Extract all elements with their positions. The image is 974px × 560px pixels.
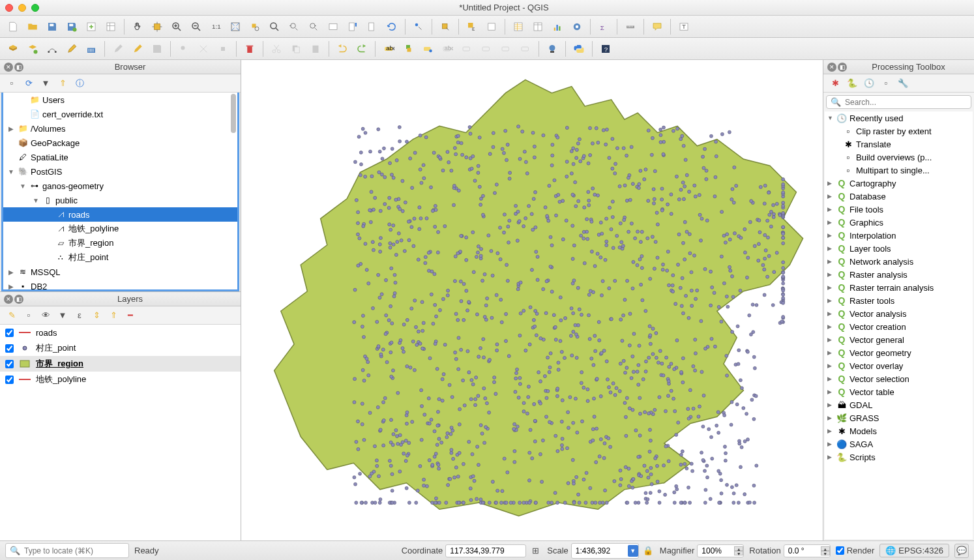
label-tool-6[interactable]: [477, 40, 495, 58]
render-checkbox[interactable]: [836, 546, 844, 555]
browser-item[interactable]: ▶≋MSSQL: [3, 265, 237, 279]
add-layer-icon[interactable]: ▫: [5, 77, 18, 90]
save-as-button[interactable]: [63, 18, 81, 36]
detach-panel-icon[interactable]: ◧: [838, 63, 847, 72]
recent-algorithm[interactable]: ▫Build overviews (p...: [825, 151, 973, 164]
messages-button[interactable]: 💬: [954, 544, 969, 558]
browser-item[interactable]: ▶📁/Volumes: [3, 121, 237, 136]
zoom-full-button[interactable]: [226, 18, 244, 36]
zoom-out-button[interactable]: [187, 18, 205, 36]
maximize-button[interactable]: [31, 4, 39, 12]
move-feature-button[interactable]: [194, 40, 213, 58]
algorithm-group[interactable]: ▶🔵SAGA: [825, 437, 973, 450]
browser-item[interactable]: ▶▪DB2: [3, 279, 237, 291]
cut-button[interactable]: [267, 40, 286, 58]
collapse-icon[interactable]: ⇑: [56, 77, 69, 90]
history-icon[interactable]: 🕓: [863, 77, 876, 90]
algorithm-group[interactable]: ▶QVector table: [825, 385, 973, 398]
refresh-button[interactable]: [383, 18, 401, 36]
results-icon[interactable]: ▫: [879, 77, 893, 90]
algorithm-group[interactable]: ▶QDatabase: [825, 190, 973, 203]
algorithm-group[interactable]: ▶QNetwork analysis: [825, 255, 973, 268]
deselect-button[interactable]: [482, 18, 501, 36]
zoom-next-button[interactable]: [304, 18, 323, 36]
layer-checkbox[interactable]: [5, 344, 14, 353]
browser-item[interactable]: 📄cert_override.txt: [3, 107, 237, 121]
open-attribute-table-button[interactable]: [509, 18, 527, 36]
layer-checkbox[interactable]: [5, 329, 14, 337]
algorithm-group[interactable]: ▶QVector selection: [825, 372, 973, 385]
algorithm-group[interactable]: ▶QRaster tools: [825, 294, 973, 307]
add-group-icon[interactable]: ▫: [22, 309, 35, 322]
select-by-expression-button[interactable]: ε: [463, 18, 481, 36]
browser-item[interactable]: ⩘地铁_polyline: [3, 222, 237, 236]
browser-item[interactable]: ▼▯public: [3, 193, 237, 207]
sigma-button[interactable]: Σ: [595, 18, 613, 36]
algorithm-group[interactable]: ▶QVector general: [825, 333, 973, 346]
python-console-button[interactable]: [570, 40, 588, 58]
locator[interactable]: 🔍: [5, 543, 129, 558]
layer-row[interactable]: 市界_region: [0, 356, 241, 372]
save-project-button[interactable]: [43, 18, 61, 36]
algorithm-group[interactable]: ▶🌿GRASS: [825, 411, 973, 424]
minimize-button[interactable]: [18, 4, 26, 12]
filter-legend-icon[interactable]: ▼: [56, 309, 69, 322]
browser-item[interactable]: 🖊SpatiaLite: [3, 150, 237, 164]
layer-row[interactable]: roads: [0, 325, 241, 340]
expression-icon[interactable]: ε: [73, 309, 86, 322]
add-raster-layer-button[interactable]: [23, 40, 42, 58]
metasearch-button[interactable]: [543, 40, 561, 58]
save-edits-button[interactable]: [82, 40, 100, 58]
python-icon[interactable]: 🐍: [846, 77, 859, 90]
algorithm-group[interactable]: ▶QVector creation: [825, 320, 973, 333]
field-calculator-button[interactable]: [529, 18, 547, 36]
edit-pencil-button[interactable]: [128, 40, 147, 58]
zoom-native-button[interactable]: 1:1: [207, 18, 225, 36]
toggle-editing-button[interactable]: [63, 40, 81, 58]
help-button[interactable]: ?: [597, 40, 615, 58]
pan-to-selection-button[interactable]: [148, 18, 166, 36]
recently-used-group[interactable]: ▼🕓Recently used: [825, 111, 973, 125]
label-tool-5[interactable]: [458, 40, 476, 58]
options-icon[interactable]: 🔧: [896, 77, 909, 90]
paste-button[interactable]: [306, 40, 325, 58]
layer-row[interactable]: 地铁_polyline: [0, 372, 241, 387]
layer-checkbox[interactable]: [5, 360, 14, 368]
delete-button[interactable]: [241, 40, 259, 58]
node-tool-button[interactable]: [214, 40, 232, 58]
spin-down[interactable]: ▼: [821, 551, 830, 555]
map-canvas[interactable]: [241, 60, 823, 540]
style-icon[interactable]: ✎: [5, 309, 18, 322]
add-feature-button[interactable]: [175, 40, 193, 58]
locator-input[interactable]: [24, 546, 125, 555]
pan-button[interactable]: [128, 18, 147, 36]
detach-panel-icon[interactable]: ◧: [14, 63, 23, 72]
open-project-button[interactable]: [23, 18, 42, 36]
close-button[interactable]: [5, 4, 13, 12]
zoom-layer-button[interactable]: [265, 18, 284, 36]
add-vector-layer-button[interactable]: [4, 40, 22, 58]
redo-button[interactable]: [353, 40, 371, 58]
refresh-icon[interactable]: ⟳: [22, 77, 35, 90]
browser-item[interactable]: 📁Users: [3, 93, 237, 107]
new-bookmark-button[interactable]: [344, 18, 362, 36]
statistics-button[interactable]: [548, 18, 567, 36]
crs-button[interactable]: 🌐 EPSG:4326: [879, 544, 949, 557]
map-tips-button[interactable]: [648, 18, 666, 36]
current-edits-button[interactable]: [109, 40, 127, 58]
browser-item[interactable]: ∴村庄_point: [3, 250, 237, 265]
new-project-button[interactable]: [4, 18, 22, 36]
browser-item[interactable]: ▱市界_region: [3, 236, 237, 250]
browser-item[interactable]: ⩘roads: [3, 207, 237, 222]
processing-tree[interactable]: ▼🕓Recently used▫Clip raster by extent✱Tr…: [825, 111, 973, 539]
visibility-icon[interactable]: 👁: [39, 309, 52, 322]
label-tool-1[interactable]: abc: [379, 40, 398, 58]
model-icon[interactable]: ✱: [829, 77, 842, 90]
zoom-in-button[interactable]: [168, 18, 186, 36]
collapse-all-icon[interactable]: ⇑: [107, 309, 120, 322]
new-print-layout-button[interactable]: [82, 18, 100, 36]
layout-manager-button[interactable]: [102, 18, 120, 36]
identify-button[interactable]: [409, 18, 428, 36]
label-tool-3[interactable]: [419, 40, 437, 58]
zoom-selection-button[interactable]: [246, 18, 264, 36]
